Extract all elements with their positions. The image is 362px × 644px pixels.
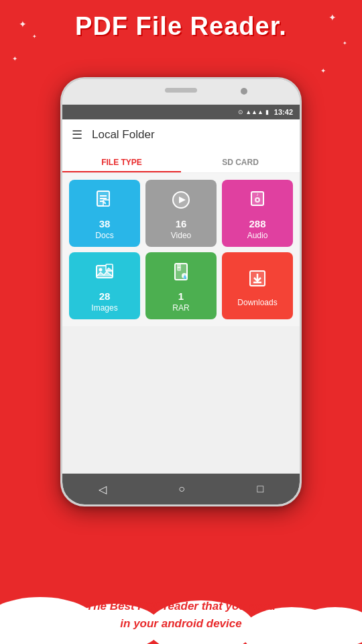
tagline-line2: in your android device xyxy=(0,615,362,633)
video-label: Video xyxy=(171,231,191,240)
phone-speaker xyxy=(165,88,197,93)
wifi-icon: ⊙ xyxy=(238,109,243,115)
phone-top-bezel xyxy=(62,79,300,105)
tab-file-type[interactable]: FILE TYPE xyxy=(62,150,181,172)
status-bar: ⊙ ▲▲▲ ▮ 13:42 xyxy=(62,105,300,119)
tabs-container: FILE TYPE SD CARD xyxy=(62,150,300,173)
images-count: 28 xyxy=(99,290,111,302)
downloads-icon xyxy=(247,268,268,294)
rar-label: RAR xyxy=(172,303,189,313)
app-bar: ☰ Local Folder xyxy=(62,119,300,150)
svg-text:♪: ♪ xyxy=(256,192,259,197)
video-icon xyxy=(170,189,192,215)
svg-text:💧: 💧 xyxy=(182,274,188,280)
status-time: 13:42 xyxy=(274,108,293,116)
status-icons: ⊙ ▲▲▲ ▮ xyxy=(238,109,269,115)
docs-icon: ✎ xyxy=(94,189,115,215)
downloads-label: Downloads xyxy=(237,298,277,307)
hamburger-menu-icon[interactable]: ☰ xyxy=(72,127,82,142)
signal-icon: ▲▲▲ xyxy=(245,109,263,115)
recents-button[interactable]: □ xyxy=(257,483,264,495)
svg-text:✎: ✎ xyxy=(103,201,107,205)
phone-frame: ⊙ ▲▲▲ ▮ 13:42 ☰ Local Folder FILE TYPE S… xyxy=(60,77,302,506)
svg-rect-18 xyxy=(178,268,180,270)
back-button[interactable]: ◁ xyxy=(99,483,107,496)
images-icon xyxy=(94,262,115,288)
star-decoration-4: ✦ xyxy=(343,40,347,46)
docs-label: Docs xyxy=(95,231,113,240)
rar-count: 1 xyxy=(178,290,184,302)
video-count: 16 xyxy=(176,218,187,229)
grid-item-audio[interactable]: ♪ 288 Audio xyxy=(222,180,293,247)
file-type-grid: ✎ 38 Docs 16 Video xyxy=(62,173,300,326)
audio-icon: ♪ xyxy=(247,189,268,215)
grid-item-rar[interactable]: 💧 1 RAR xyxy=(145,252,217,319)
images-label: Images xyxy=(91,303,117,313)
docs-count: 38 xyxy=(99,218,111,229)
phone-camera xyxy=(241,88,247,95)
audio-label: Audio xyxy=(247,231,268,240)
star-decoration-5: ✦ xyxy=(12,55,17,62)
svg-point-14 xyxy=(99,268,103,272)
home-button[interactable]: ○ xyxy=(178,483,185,495)
rar-icon: 💧 xyxy=(170,262,192,288)
app-title: PDF File Reader. xyxy=(0,12,362,41)
battery-icon: ▮ xyxy=(265,109,269,115)
star-decoration-6: ✦ xyxy=(320,67,326,74)
app-bar-title: Local Folder xyxy=(92,128,155,142)
grid-item-images[interactable]: 28 Images xyxy=(69,252,140,319)
svg-rect-17 xyxy=(178,264,180,268)
tagline: The Best PDF reader that you need in you… xyxy=(0,598,362,632)
audio-count: 288 xyxy=(249,218,265,229)
tagline-line1: The Best PDF reader that you need xyxy=(0,598,362,615)
svg-point-11 xyxy=(257,199,259,201)
grid-item-docs[interactable]: ✎ 38 Docs xyxy=(69,180,140,247)
phone-bottom-nav: ◁ ○ □ xyxy=(62,474,300,504)
grid-item-downloads[interactable]: Downloads xyxy=(222,252,293,319)
grid-item-video[interactable]: 16 Video xyxy=(145,180,217,247)
tab-sd-card[interactable]: SD CARD xyxy=(181,150,300,172)
